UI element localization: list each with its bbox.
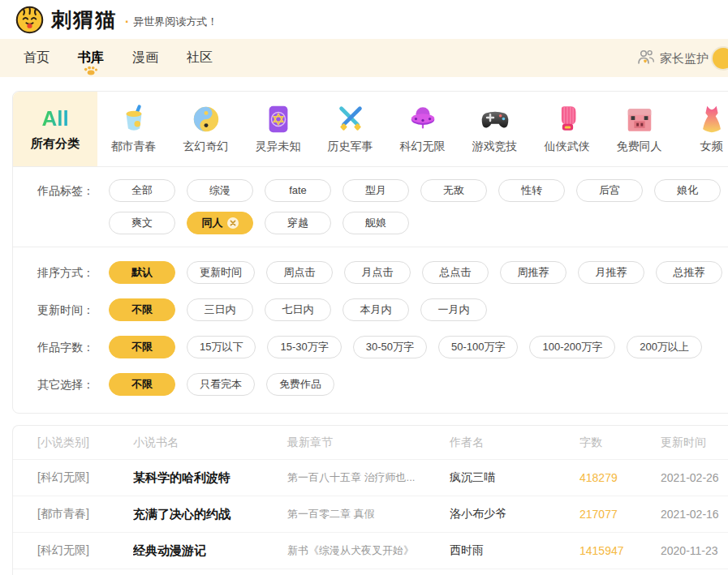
filter-label-word-count: 作品字数： [13, 336, 109, 358]
filter-option-爽文[interactable]: 爽文 [109, 212, 175, 234]
filter-option-默认[interactable]: 默认 [109, 261, 175, 284]
category-玄幻奇幻[interactable]: 玄幻奇幻 [170, 92, 242, 166]
remove-tag-icon[interactable] [227, 217, 239, 229]
filter-option-后宫[interactable]: 后宫 [576, 179, 643, 202]
filter-option-15-30万字[interactable]: 15-30万字 [267, 336, 341, 358]
filter-option-同人[interactable]: 同人 [187, 212, 253, 234]
category-all[interactable]: All 所有分类 [13, 92, 97, 166]
table-body: [科幻无限]某科学的哈利波特第一百八十五章 治疗师也...疯沉三喵4182792… [13, 459, 728, 575]
filter-option-型月[interactable]: 型月 [342, 179, 409, 202]
latest-chapter-link[interactable]: 第一百零二章 真假 [287, 507, 450, 521]
filter-option-全部[interactable]: 全部 [109, 179, 175, 202]
filter-options-tags: 全部综漫fate型月无敌性转后宫娘化爽文同人穿越舰娘 [109, 179, 728, 234]
latest-chapter-link[interactable]: 新书《综漫从犬夜叉开始》 [287, 543, 450, 558]
filter-option-月推荐[interactable]: 月推荐 [578, 261, 644, 284]
update-date: 2021-02-16 [661, 508, 728, 521]
filter-option-娘化[interactable]: 娘化 [654, 179, 721, 202]
table-row: [科幻无限]经典动漫游记新书《综漫从犬夜叉开始》西时雨14159472020-1… [13, 532, 728, 569]
category-游戏竞技[interactable]: 游戏竞技 [459, 92, 531, 166]
filter-option-更新时间[interactable]: 更新时间 [187, 261, 255, 284]
filter-option-三日内[interactable]: 三日内 [187, 298, 253, 321]
filter-option-周推荐[interactable]: 周推荐 [500, 261, 566, 284]
filter-option-月点击[interactable]: 月点击 [344, 261, 411, 284]
book-title[interactable]: 经典动漫游记 [133, 543, 287, 559]
table-row: [科幻无限]原神里的电焊剑法055-幕间神之一闪3107492021-02-25 [13, 569, 728, 575]
filter-option-30-50万字[interactable]: 30-50万字 [353, 336, 427, 358]
filter-option-舰娘[interactable]: 舰娘 [342, 212, 409, 234]
filter-option-label: 后宫 [599, 180, 620, 201]
category-女频[interactable]: 女频 [675, 92, 728, 166]
category-灵异未知[interactable]: 灵异未知 [242, 92, 314, 166]
filter-row-tags: 作品标签：全部综漫fate型月无敌性转后宫娘化爽文同人穿越舰娘 [13, 172, 728, 242]
filter-option-一月内[interactable]: 一月内 [420, 298, 487, 321]
filter-option-无敌[interactable]: 无敌 [420, 179, 487, 202]
filter-option-本月内[interactable]: 本月内 [342, 298, 409, 321]
avatar[interactable] [711, 46, 728, 71]
book-category: [都市青春] [37, 507, 133, 521]
book-title[interactable]: 充满了决心的约战 [133, 507, 287, 522]
filter-option-label: 15-30万字 [280, 337, 328, 358]
filter-option-不限[interactable]: 不限 [109, 336, 175, 358]
ufo-icon [407, 104, 438, 135]
filter-option-七日内[interactable]: 七日内 [265, 298, 331, 321]
word-count: 418279 [579, 471, 661, 484]
cat-logo-icon[interactable] [15, 5, 45, 35]
latest-chapter-link[interactable]: 第一百八十五章 治疗师也... [287, 470, 450, 485]
filter-option-label: 型月 [365, 180, 386, 201]
filter-option-label: 50-100万字 [451, 337, 505, 358]
word-count: 217077 [579, 508, 661, 521]
nav-items: 首页书库漫画社区 [20, 39, 238, 77]
filter-option-穿越[interactable]: 穿越 [265, 212, 331, 234]
category-都市青春[interactable]: 都市青春 [97, 92, 170, 166]
update-date: 2021-02-26 [661, 471, 728, 484]
category-科幻无限[interactable]: 科幻无限 [386, 92, 459, 166]
table-header-2: 最新章节 [287, 436, 450, 450]
nav-item-漫画[interactable]: 漫画 [129, 39, 162, 77]
filter-option-总点击[interactable]: 总点击 [422, 261, 489, 284]
book-category: [科幻无限] [37, 543, 133, 558]
filter-option-100-200万字[interactable]: 100-200万字 [529, 336, 615, 358]
tagline-bullet: · [125, 15, 129, 29]
filter-option-200万以上[interactable]: 200万以上 [627, 336, 702, 358]
nav-item-社区[interactable]: 社区 [183, 39, 216, 77]
author-name[interactable]: 洛小布少爷 [450, 507, 579, 521]
filter-option-label: 200万以上 [640, 337, 689, 358]
tarot-card-icon [263, 104, 294, 135]
brand-name[interactable]: 刺猬猫 [51, 6, 117, 33]
author-name[interactable]: 西时雨 [450, 543, 579, 558]
nav-item-首页[interactable]: 首页 [20, 39, 53, 77]
filter-option-15万以下[interactable]: 15万以下 [187, 336, 256, 358]
book-title[interactable]: 某科学的哈利波特 [133, 470, 287, 486]
filter-option-综漫[interactable]: 综漫 [187, 179, 253, 202]
filter-option-不限[interactable]: 不限 [109, 373, 175, 396]
parental-control-button[interactable]: 家长监护 [637, 49, 709, 67]
filter-option-label: 30-50万字 [366, 337, 414, 358]
filter-option-label: 无敌 [443, 180, 464, 201]
filter-option-周点击[interactable]: 周点击 [266, 261, 333, 284]
brand-tagline: · 异世界阅读方式！ [125, 15, 218, 29]
gamepad-icon [480, 104, 510, 135]
filter-panel: All 所有分类 都市青春玄幻奇幻灵异未知历史军事科幻无限游戏竞技仙侠武侠免费同… [12, 91, 728, 414]
filter-options-update-time: 不限三日内七日内本月内一月内 [109, 298, 487, 321]
author-name[interactable]: 疯沉三喵 [450, 470, 579, 485]
category-免费同人[interactable]: 免费同人 [603, 92, 675, 166]
filter-row-update-time: 更新时间：不限三日内七日内本月内一月内 [13, 291, 728, 328]
filter-option-fate[interactable]: fate [265, 179, 331, 202]
category-仙侠武侠[interactable]: 仙侠武侠 [531, 92, 603, 166]
filter-option-只看完本[interactable]: 只看完本 [187, 373, 255, 396]
filter-section-tags: 作品标签：全部综漫fate型月无敌性转后宫娘化爽文同人穿越舰娘 [13, 167, 728, 247]
filter-option-不限[interactable]: 不限 [109, 298, 175, 321]
nav-item-label: 首页 [24, 49, 50, 67]
table-row: [都市青春]充满了决心的约战第一百零二章 真假洛小布少爷2170772021-0… [13, 496, 728, 532]
category-历史军事[interactable]: 历史军事 [314, 92, 386, 166]
filter-option-总推荐[interactable]: 总推荐 [656, 261, 722, 284]
filter-option-label: 更新时间 [200, 262, 242, 283]
filter-option-性转[interactable]: 性转 [498, 179, 565, 202]
filter-option-免费作品[interactable]: 免费作品 [266, 373, 334, 396]
filter-option-label: 总点击 [440, 262, 472, 283]
filter-row-sort: 排序方式：默认更新时间周点击月点击总点击周推荐月推荐总推荐 [13, 254, 728, 291]
table-row: [科幻无限]某科学的哈利波特第一百八十五章 治疗师也...疯沉三喵4182792… [13, 459, 728, 496]
filter-option-50-100万字[interactable]: 50-100万字 [438, 336, 518, 358]
nav-item-书库[interactable]: 书库 [75, 39, 107, 77]
filter-option-label: 月点击 [362, 262, 394, 283]
